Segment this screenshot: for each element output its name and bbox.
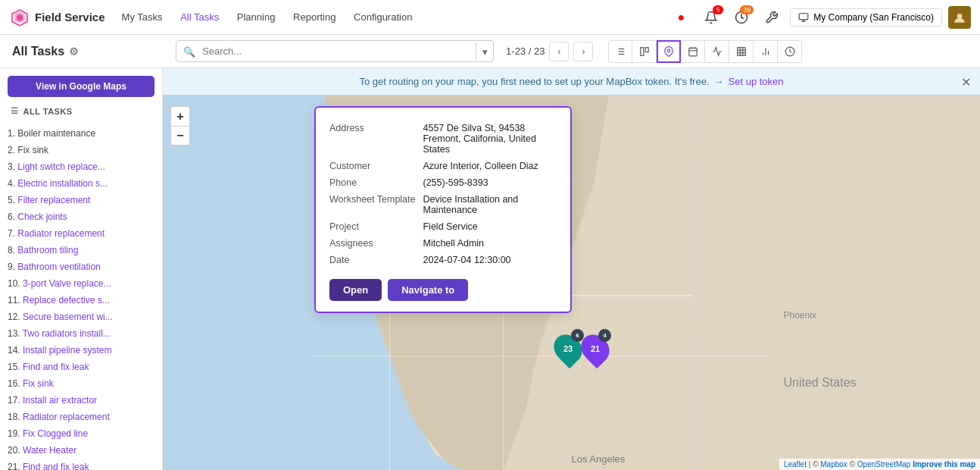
nav-reporting[interactable]: Reporting <box>286 7 343 27</box>
view-clock[interactable] <box>778 40 802 63</box>
pagination-next[interactable]: › <box>573 42 593 61</box>
task-list-item[interactable]: 20. Water Heater <box>3 442 159 459</box>
app-name: Field Service <box>35 11 105 24</box>
task-list-item[interactable]: 9. Bathroom ventilation <box>3 258 159 275</box>
task-link[interactable]: Radiator replacement <box>23 412 110 422</box>
nav-right: ● 5 39 My Company (San Francisco) <box>669 5 971 30</box>
mapbox-link[interactable]: Mapbox <box>820 460 847 468</box>
top-navigation: Field Service My Tasks All Tasks Plannin… <box>0 0 980 35</box>
nav-planning[interactable]: Planning <box>229 7 283 27</box>
pagination-info: 1-23 / 23 ‹ › <box>506 42 593 61</box>
view-buttons <box>608 40 802 63</box>
search-dropdown-btn[interactable]: ▾ <box>476 42 494 60</box>
task-list-item[interactable]: 13. Two radiators install... <box>3 325 159 342</box>
task-list-item[interactable]: 11. Replace defective s... <box>3 292 159 309</box>
status-indicator[interactable]: ● <box>669 5 693 30</box>
popup-address-label: Address <box>329 120 423 158</box>
task-list-item[interactable]: 10. 3-port Valve replace... <box>3 275 159 292</box>
task-list-item[interactable]: 14. Install pipeline system <box>3 342 159 359</box>
task-list-item[interactable]: 19. Fix Clogged line <box>3 425 159 442</box>
task-link[interactable]: Water Heater <box>23 445 76 456</box>
task-list-item[interactable]: 12. Secure basement wi... <box>3 309 159 325</box>
map-attribution: Leaflet | © Mapbox © OpenStreetMap Impro… <box>779 459 980 470</box>
task-link[interactable]: Secure basement wi... <box>23 312 113 322</box>
popup-date-value: 2024-07-04 12:30:00 <box>423 252 557 268</box>
zoom-in-btn[interactable]: + <box>170 106 190 126</box>
pagination-prev[interactable]: ‹ <box>549 42 569 61</box>
popup-navigate-btn[interactable]: Navigate to <box>388 279 468 301</box>
popup-phone-value: (255)-595-8393 <box>423 174 557 191</box>
marker-21[interactable]: 21 4 <box>582 334 608 364</box>
task-link[interactable]: Electric installation s... <box>17 178 108 189</box>
task-list-item[interactable]: 2. Fix sink <box>3 142 159 158</box>
popup-project-value: Field Service <box>423 218 557 235</box>
view-google-maps-btn[interactable]: View in Google Maps <box>8 76 154 97</box>
task-link[interactable]: Radiator replacement <box>17 228 105 239</box>
task-link[interactable]: Find and fix leak <box>23 362 89 372</box>
view-map[interactable] <box>657 40 681 63</box>
task-list-item[interactable]: 1. Boiler maintenance <box>3 125 159 142</box>
task-sidebar: View in Google Maps ☰ ALL TASKS 1. Boile… <box>0 68 163 470</box>
task-link[interactable]: Install pipeline system <box>23 345 111 356</box>
main-nav: My Tasks All Tasks Planning Reporting Co… <box>114 11 420 23</box>
zoom-out-btn[interactable]: − <box>170 126 190 146</box>
task-link[interactable]: Replace defective s... <box>23 295 110 306</box>
nav-all-tasks[interactable]: All Tasks <box>173 7 226 27</box>
task-link[interactable]: Install air extractor <box>23 395 97 406</box>
task-link[interactable]: Bathroom tiling <box>17 245 78 255</box>
all-tasks-header: ☰ ALL TASKS <box>8 103 154 121</box>
task-list-item[interactable]: 17. Install air extractor <box>3 392 159 409</box>
marker-23[interactable]: 23 6 <box>555 334 581 364</box>
openstreetmap-link[interactable]: OpenStreetMap <box>857 460 911 468</box>
page-settings-icon[interactable]: ⚙ <box>69 45 79 58</box>
map-markers-group[interactable]: 23 6 21 4 <box>555 334 608 364</box>
task-link[interactable]: Fix sink <box>23 378 54 389</box>
task-list-item[interactable]: 6. Check joints <box>3 208 159 225</box>
setup-token-link[interactable]: Set up token <box>729 76 784 87</box>
svg-text:Phoenix: Phoenix <box>784 310 816 321</box>
view-pivot[interactable] <box>729 40 754 63</box>
task-link[interactable]: Fix Clogged line <box>23 428 88 439</box>
company-selector[interactable]: My Company (San Francisco) <box>790 8 942 27</box>
task-link[interactable]: Two radiators install... <box>23 328 111 339</box>
nav-configuration[interactable]: Configuration <box>346 7 420 27</box>
app-logo[interactable]: Field Service <box>9 7 105 28</box>
close-banner-btn[interactable]: ✕ <box>961 74 971 89</box>
task-link[interactable]: 3-port Valve replace... <box>23 278 111 289</box>
popup-open-btn[interactable]: Open <box>329 279 382 301</box>
leaflet-link[interactable]: Leaflet <box>784 460 807 468</box>
task-list-item[interactable]: 5. Filter replacement <box>3 192 159 208</box>
task-list-item[interactable]: 7. Radiator replacement <box>3 225 159 242</box>
task-list-item[interactable]: 21. Find and fix leak <box>3 459 159 470</box>
view-calendar[interactable] <box>681 40 705 63</box>
task-list-item[interactable]: 8. Bathroom tiling <box>3 242 159 258</box>
task-link[interactable]: Check joints <box>17 212 67 222</box>
view-list[interactable] <box>608 40 632 63</box>
task-link[interactable]: Find and fix leak <box>23 462 89 470</box>
popup-worksheet-label: Worksheet Template <box>329 191 423 218</box>
svg-point-7 <box>957 14 963 19</box>
list-icon: ☰ <box>11 106 19 116</box>
settings-icon[interactable] <box>760 5 784 30</box>
view-kanban[interactable] <box>632 40 657 63</box>
task-link[interactable]: Filter replacement <box>17 195 90 205</box>
svg-text:Los Angeles: Los Angeles <box>572 453 626 465</box>
improve-map-link[interactable]: Improve this map <box>913 460 975 468</box>
svg-rect-14 <box>641 47 644 55</box>
view-activity[interactable] <box>705 40 729 63</box>
page-title: All Tasks <box>12 45 64 58</box>
task-list-item[interactable]: 3. Light switch replace... <box>3 158 159 175</box>
task-list-item[interactable]: 16. Fix sink <box>3 375 159 392</box>
view-graph[interactable] <box>754 40 778 63</box>
task-list-item[interactable]: 18. Radiator replacement <box>3 409 159 425</box>
task-list-item[interactable]: 15. Find and fix leak <box>3 359 159 375</box>
search-icon: 🔍 <box>183 45 195 57</box>
clock-notifications[interactable]: 39 <box>729 5 754 30</box>
search-input[interactable] <box>176 40 494 62</box>
user-avatar[interactable] <box>948 6 971 29</box>
task-list-item[interactable]: 4. Electric installation s... <box>3 175 159 192</box>
nav-my-tasks[interactable]: My Tasks <box>114 7 170 27</box>
notifications-bell[interactable]: 5 <box>699 5 723 30</box>
task-link[interactable]: Bathroom ventilation <box>17 262 100 272</box>
task-link[interactable]: Light switch replace... <box>17 161 105 172</box>
